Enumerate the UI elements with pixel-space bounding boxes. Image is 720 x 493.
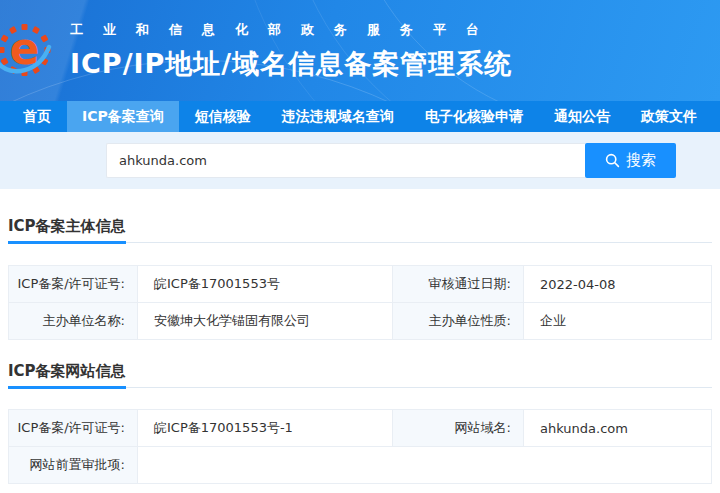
- nav-item-illegal-domain-query[interactable]: 违法违规域名查询: [267, 101, 409, 132]
- table-row: ICP备案/许可证号: 皖ICP备17001553号 审核通过日期: 2022-…: [9, 266, 712, 303]
- field-label: 审核通过日期:: [393, 266, 524, 303]
- nav-item-electronic-verification[interactable]: 电子化核验申请: [410, 101, 538, 132]
- field-label: 网站前置审批项:: [9, 447, 138, 484]
- content: ICP备案主体信息 ICP备案/许可证号: 皖ICP备17001553号 审核通…: [0, 218, 720, 484]
- search-input[interactable]: [106, 143, 585, 178]
- field-label: ICP备案/许可证号:: [9, 266, 138, 303]
- table-row: 主办单位名称: 安徽坤大化学锚固有限公司 主办单位性质: 企业: [9, 303, 712, 340]
- nav-item-sms-verification[interactable]: 短信核验: [180, 101, 266, 132]
- field-value: 企业: [524, 303, 712, 340]
- site-header: e 工业和信息化部政务服务平台 ICP/IP地址/域名信息备案管理系统: [0, 0, 720, 101]
- field-value: 皖ICP备17001553号-1: [138, 410, 393, 447]
- table-row: ICP备案/许可证号: 皖ICP备17001553号-1 网站域名: ahkun…: [9, 410, 712, 447]
- header-titles: 工业和信息化部政务服务平台 ICP/IP地址/域名信息备案管理系统: [70, 21, 512, 82]
- website-section-header: ICP备案网站信息: [8, 363, 712, 388]
- field-label: 主办单位性质:: [393, 303, 524, 340]
- platform-name: 工业和信息化部政务服务平台: [70, 21, 512, 39]
- table-row: 网站前置审批项:: [9, 447, 712, 484]
- search-icon: [605, 153, 620, 168]
- website-info-table: ICP备案/许可证号: 皖ICP备17001553号-1 网站域名: ahkun…: [8, 409, 712, 484]
- field-value: ahkunda.com: [524, 410, 712, 447]
- field-value: 2022-04-08: [524, 266, 712, 303]
- field-value: 皖ICP备17001553号: [138, 266, 393, 303]
- subject-section-title: ICP备案主体信息: [8, 219, 126, 244]
- subject-section-header: ICP备案主体信息: [8, 218, 712, 243]
- field-label: ICP备案/许可证号:: [9, 410, 138, 447]
- search-button-label: 搜索: [626, 151, 656, 170]
- main-nav: 首页 ICP备案查询 短信核验 违法违规域名查询 电子化核验申请 通知公告 政策…: [0, 101, 720, 132]
- search-button[interactable]: 搜索: [585, 143, 676, 178]
- page-title: ICP/IP地址/域名信息备案管理系统: [70, 46, 512, 82]
- nav-item-home[interactable]: 首页: [8, 101, 66, 132]
- field-label: 网站域名:: [393, 410, 524, 447]
- website-section-title: ICP备案网站信息: [8, 364, 126, 389]
- nav-item-notices[interactable]: 通知公告: [539, 101, 625, 132]
- nav-item-policy-documents[interactable]: 政策文件: [626, 101, 712, 132]
- field-label: 主办单位名称:: [9, 303, 138, 340]
- field-value: 安徽坤大化学锚固有限公司: [138, 303, 393, 340]
- search-bar: 搜索: [0, 132, 720, 189]
- field-value: [138, 447, 712, 484]
- nav-item-icp-record-query[interactable]: ICP备案查询: [67, 101, 179, 132]
- gear-e-logo-icon: e: [0, 15, 53, 85]
- page: e 工业和信息化部政务服务平台 ICP/IP地址/域名信息备案管理系统 首页 I…: [0, 0, 720, 493]
- subject-info-table: ICP备案/许可证号: 皖ICP备17001553号 审核通过日期: 2022-…: [8, 265, 712, 340]
